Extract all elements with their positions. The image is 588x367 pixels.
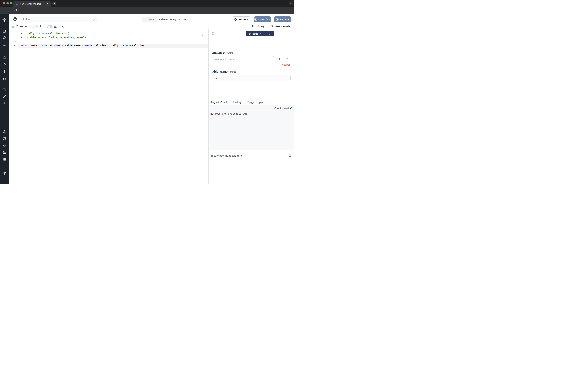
window-minimize-button[interactable] — [7, 2, 9, 4]
result-tabs: Logs & Result History Trigger captures — [209, 99, 294, 105]
auto-scroll-label: Auto scroll — [277, 107, 289, 109]
draft-shortcut: ⌘S — [266, 18, 270, 21]
test-shortcut: ⌘↵ — [259, 32, 264, 35]
toggle-knob — [47, 25, 50, 28]
tab-logs-result[interactable]: Logs & Result — [211, 100, 227, 105]
info-icon[interactable] — [289, 154, 292, 157]
collapse-panel-icon[interactable] — [211, 32, 215, 35]
app-sidebar — [0, 14, 9, 184]
field-name: database* — [211, 51, 225, 54]
sidebar-divider — [0, 24, 9, 24]
sidebar-item-add[interactable] — [0, 101, 9, 105]
database-input[interactable] — [211, 56, 274, 62]
refresh-resources-icon[interactable] — [285, 57, 288, 61]
users-icon[interactable] — [54, 25, 57, 28]
path-value: u/henri/magical_script — [157, 17, 195, 22]
tab-trigger-captures[interactable]: Trigger captures — [247, 100, 267, 105]
field-name: table_name* — [211, 70, 228, 73]
line-code: -- %%table_name%% fruits/vegetables/cere… — [21, 35, 86, 40]
app-content: Path u/henri/magical_script Settings Dra… — [9, 14, 294, 184]
settings-button[interactable]: Settings — [233, 17, 250, 22]
draft-button[interactable]: Draft ⌘S — [254, 17, 270, 22]
sidebar-item-settings[interactable] — [0, 136, 9, 141]
live-status-dot — [12, 26, 14, 28]
code-line[interactable]: 3 — [9, 40, 209, 43]
sidebar-item-favorites[interactable] — [0, 35, 9, 40]
sidebar-item-folders[interactable] — [0, 150, 9, 154]
window-fullscreen-button[interactable] — [10, 2, 12, 4]
editor-settings-gear-icon[interactable] — [61, 25, 65, 28]
window-chevron-button[interactable] — [289, 1, 293, 5]
check-icon: ✔ — [290, 107, 292, 109]
new-tab-button[interactable] — [52, 1, 56, 5]
field-type: object — [227, 51, 234, 54]
sidebar-expand-icon[interactable] — [0, 177, 9, 181]
diff-toggle[interactable] — [33, 25, 38, 28]
window-close-button[interactable] — [3, 2, 5, 4]
windmill-favicon — [15, 3, 18, 5]
library-label: Library — [256, 25, 264, 28]
code-line[interactable]: 2-- %%table_name%% fruits/vegetables/cer… — [9, 35, 209, 40]
tab-close-icon[interactable]: ✕ — [46, 2, 49, 6]
forward-icon[interactable] — [8, 8, 12, 12]
code-line[interactable]: 4SELECT name, calories FROM %%table_name… — [9, 43, 209, 48]
plus-minus-icon: ± — [40, 25, 41, 28]
library-button[interactable]: Library — [252, 25, 264, 28]
path-chip-left: Path — [142, 17, 157, 22]
line-number: 3 — [9, 40, 16, 43]
browser-navbar: app.windmill.dev/scripts/add#JTdCJTIyaGF… — [0, 7, 294, 14]
sidebar-item-home[interactable] — [0, 55, 9, 59]
sidebar-item-workers[interactable] — [0, 143, 9, 148]
watch-mode-button[interactable] — [266, 31, 274, 36]
ai-assistant-button[interactable] — [200, 33, 205, 38]
line-number: 4 — [9, 43, 16, 48]
sidebar-item-user[interactable] — [0, 129, 9, 134]
script-title-field[interactable] — [20, 17, 98, 22]
add-resource-button[interactable]: + — [276, 56, 283, 62]
edit-pencil-icon[interactable] — [93, 18, 96, 21]
sidebar-item-workspace[interactable] — [0, 29, 9, 33]
screen: New Script | Windmill ✕ app.windmill.dev… — [0, 0, 294, 184]
sidebar-item-routes[interactable] — [0, 94, 9, 99]
test-label: Test — [252, 32, 258, 35]
collab-toggle[interactable] — [47, 25, 52, 28]
sidebar-item-logs[interactable] — [0, 157, 9, 161]
required-asterisk: * — [227, 70, 228, 73]
browser-tabstrip: New Script | Windmill ✕ — [0, 0, 294, 7]
reload-icon[interactable] — [14, 8, 17, 12]
reset-label: Reset — [20, 25, 27, 28]
draft-label: Draft — [259, 18, 265, 21]
use-vscode-button[interactable]: Use VScode — [270, 25, 290, 28]
sidebar-item-runs[interactable] — [0, 62, 9, 66]
sidebar-item-variables[interactable] — [0, 69, 9, 73]
windmill-logo[interactable] — [0, 17, 9, 22]
table-name-input[interactable] — [211, 75, 291, 81]
deploy-button[interactable]: Deploy — [274, 17, 291, 22]
script-title-input[interactable] — [22, 18, 93, 21]
result-area: Test to see the result here — [209, 151, 294, 184]
test-button-group: Test ⌘↵ — [246, 31, 274, 36]
code-lines: 1-- :daily_minimum_calories (int)2-- %%t… — [9, 30, 209, 48]
required-hint: Required — [280, 63, 291, 66]
code-line[interactable]: 1-- :daily_minimum_calories (int) — [9, 32, 209, 35]
auto-scroll-control[interactable]: Auto scroll ✔ — [274, 107, 292, 109]
sidebar-item-schedules[interactable] — [0, 87, 9, 92]
line-number: 2 — [9, 35, 16, 40]
postgresql-icon — [13, 17, 17, 22]
path-chip[interactable]: Path u/henri/magical_script — [142, 17, 195, 22]
test-button[interactable]: Test ⌘↵ — [246, 31, 266, 36]
database-field-label: database* object — [211, 51, 234, 54]
tab-title: New Script | Windmill — [20, 3, 46, 5]
expand-icon — [274, 107, 276, 109]
sidebar-item-search[interactable] — [0, 43, 9, 47]
run-panel: Test ⌘↵ database* object + Required tabl… — [209, 30, 294, 184]
code-editor[interactable]: 1-- :daily_minimum_calories (int)2-- %%t… — [9, 30, 209, 184]
tab-history[interactable]: History — [233, 100, 242, 105]
reset-button[interactable]: Reset — [16, 25, 27, 28]
sidebar-item-resources[interactable] — [0, 76, 9, 80]
vscode-label: Use VScode — [275, 25, 290, 28]
logs-empty-message: No logs are available yet — [210, 112, 247, 115]
back-icon[interactable] — [2, 8, 6, 12]
browser-tab[interactable]: New Script | Windmill ✕ — [13, 1, 51, 7]
sidebar-item-help[interactable] — [0, 171, 9, 175]
